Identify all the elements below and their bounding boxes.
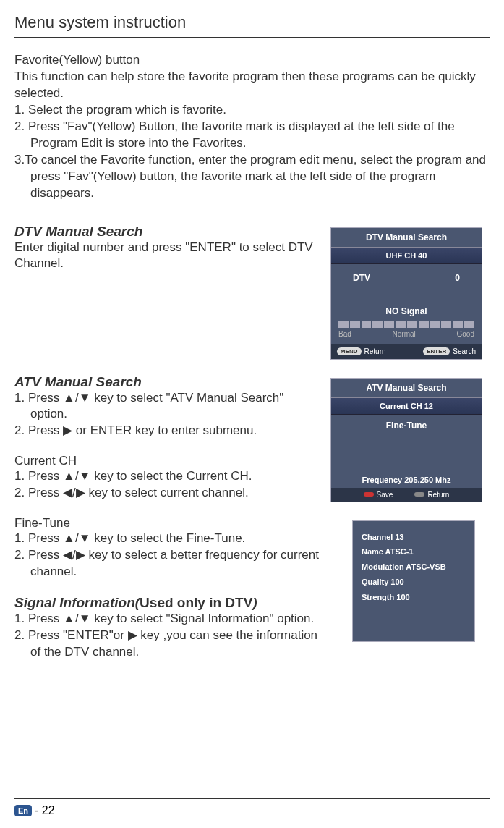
- atv-panel-title: ATV Manual Search: [331, 379, 482, 397]
- atv-panel: ATV Manual Search Current CH 12 Fine-Tun…: [330, 378, 482, 502]
- content-area: Favorite(Yellow) button This function ca…: [0, 38, 504, 661]
- dtv-panel-title: DTV Manual Search: [331, 228, 482, 247]
- search-label: Search: [453, 347, 476, 355]
- siginfo-step1: 1. Press ▲/▼ key to select "Signal Infor…: [14, 611, 323, 628]
- siginfo-name: Name ATSC-1: [362, 544, 466, 559]
- atv-frequency: Frequency 205.250 Mhz: [331, 472, 482, 488]
- red-button-icon[interactable]: [364, 492, 374, 497]
- siginfo-step2: 2. Press "ENTER"or ▶ key ,you can see th…: [14, 628, 323, 661]
- dtv-footer: MENU Return ENTER Search: [331, 344, 482, 359]
- signal-bar: [331, 321, 482, 330]
- siginfo-quality: Quality 100: [362, 575, 466, 590]
- favorite-step1: 1. Select the program which is favorite.: [14, 102, 490, 119]
- current-ch-heading: Current CH: [14, 454, 323, 468]
- dtv-value: 0: [455, 273, 460, 283]
- atv-finetune-label: Fine-Tune: [331, 415, 482, 432]
- atv-return-label: Return: [427, 491, 449, 499]
- favorite-step3: 3.To cancel the Favorite function, enter…: [14, 152, 490, 202]
- siginfo-panel: Channel 13 Name ATSC-1 Modulation ATSC-V…: [352, 520, 475, 642]
- footer-separator: [14, 798, 490, 799]
- finetune-heading: Fine-Tune: [14, 516, 323, 531]
- return-label: Return: [364, 347, 386, 355]
- page-num-text: - 22: [35, 804, 55, 817]
- dtv-panel: DTV Manual Search UHF CH 40 DTV 0 NO Sig…: [330, 227, 482, 360]
- current-step1: 1. Press ▲/▼ key to select the Current C…: [14, 468, 323, 485]
- label-normal: Normal: [393, 330, 416, 338]
- lang-badge: En: [14, 805, 32, 816]
- favorite-intro: This function can help store the favorit…: [14, 69, 490, 102]
- dtv-nosignal: NO Signal: [331, 292, 482, 321]
- atv-panel-band[interactable]: Current CH 12: [331, 397, 482, 415]
- enter-button[interactable]: ENTER: [423, 347, 450, 355]
- label-good: Good: [457, 330, 474, 338]
- dtv-section: DTV Manual Search Enter digital number a…: [14, 224, 490, 360]
- current-step2: 2. Press ◀/▶ key to select current chann…: [14, 485, 323, 502]
- signal-labels: Bad Normal Good: [331, 330, 482, 344]
- fine-step2: 2. Press ◀/▶ key to select a better freq…: [14, 547, 323, 580]
- page-number: En - 22: [14, 804, 55, 817]
- siginfo-modulation: Modulation ATSC-VSB: [362, 559, 466, 575]
- menu-button[interactable]: MENU: [337, 347, 362, 355]
- siginfo-channel: Channel 13: [362, 530, 466, 545]
- dtv-text: Enter digital number and press "ENTER" t…: [14, 240, 323, 273]
- menu-button-icon[interactable]: [414, 492, 424, 497]
- siginfo-heading: Signal Information(Used only in DTV): [14, 595, 323, 611]
- label-bad: Bad: [338, 330, 351, 338]
- dtv-panel-row: DTV 0: [331, 264, 482, 292]
- fine-step1: 1. Press ▲/▼ key to select the Fine-Tune…: [14, 531, 323, 547]
- siginfo-strength: Strength 100: [362, 590, 466, 605]
- page-header: Menu system instruction: [0, 0, 504, 33]
- dtv-panel-band[interactable]: UHF CH 40: [331, 247, 482, 264]
- dtv-heading: DTV Manual Search: [14, 224, 323, 240]
- atv-footer: Save Return: [331, 488, 482, 502]
- atv-step1: 1. Press ▲/▼ key to select "ATV Manual S…: [14, 390, 323, 423]
- atv-heading: ATV Manual Search: [14, 374, 323, 390]
- dtv-label: DTV: [353, 273, 370, 283]
- save-label: Save: [377, 491, 393, 499]
- favorite-title: Favorite(Yellow) button: [14, 53, 490, 67]
- atv-section: ATV Manual Search 1. Press ▲/▼ key to se…: [14, 374, 490, 661]
- atv-step2: 2. Press ▶ or ENTER key to enter submenu…: [14, 423, 323, 439]
- favorite-step2: 2. Press "Fav"(Yellow) Button, the favor…: [14, 119, 490, 152]
